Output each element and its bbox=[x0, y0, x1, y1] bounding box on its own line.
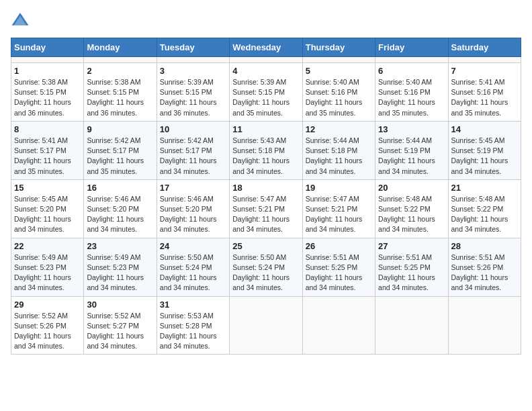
day-number: 24 bbox=[160, 241, 226, 251]
day-number: 15 bbox=[14, 183, 81, 193]
calendar-cell: 27Sunrise: 5:51 AM Sunset: 5:25 PM Dayli… bbox=[375, 238, 448, 296]
calendar-cell: 15Sunrise: 5:45 AM Sunset: 5:20 PM Dayli… bbox=[11, 179, 84, 238]
day-info: Sunrise: 5:47 AM Sunset: 5:21 PM Dayligh… bbox=[232, 194, 299, 235]
calendar-cell: 10Sunrise: 5:42 AM Sunset: 5:17 PM Dayli… bbox=[157, 121, 229, 179]
day-number: 11 bbox=[232, 124, 299, 134]
calendar-week-5: 22Sunrise: 5:49 AM Sunset: 5:23 PM Dayli… bbox=[11, 238, 521, 296]
calendar-table: SundayMondayTuesdayWednesdayThursdayFrid… bbox=[11, 38, 521, 355]
calendar-cell: 18Sunrise: 5:47 AM Sunset: 5:21 PM Dayli… bbox=[230, 179, 302, 238]
day-info: Sunrise: 5:43 AM Sunset: 5:18 PM Dayligh… bbox=[232, 136, 299, 177]
day-info: Sunrise: 5:39 AM Sunset: 5:15 PM Dayligh… bbox=[160, 77, 226, 118]
day-info: Sunrise: 5:51 AM Sunset: 5:25 PM Dayligh… bbox=[306, 253, 372, 293]
calendar-cell: 16Sunrise: 5:46 AM Sunset: 5:20 PM Dayli… bbox=[84, 179, 157, 238]
day-info: Sunrise: 5:45 AM Sunset: 5:19 PM Dayligh… bbox=[451, 136, 518, 177]
day-header-thursday: Thursday bbox=[302, 38, 375, 57]
calendar-cell bbox=[302, 57, 375, 63]
calendar-cell: 31Sunrise: 5:53 AM Sunset: 5:28 PM Dayli… bbox=[157, 296, 229, 355]
calendar-cell: 29Sunrise: 5:52 AM Sunset: 5:26 PM Dayli… bbox=[11, 296, 84, 355]
calendar-cell: 21Sunrise: 5:48 AM Sunset: 5:22 PM Dayli… bbox=[448, 179, 521, 238]
calendar-cell: 11Sunrise: 5:43 AM Sunset: 5:18 PM Dayli… bbox=[230, 121, 302, 179]
day-info: Sunrise: 5:45 AM Sunset: 5:20 PM Dayligh… bbox=[14, 194, 81, 235]
calendar-cell: 13Sunrise: 5:44 AM Sunset: 5:19 PM Dayli… bbox=[375, 121, 448, 179]
day-number: 30 bbox=[87, 300, 153, 310]
calendar-cell: 26Sunrise: 5:51 AM Sunset: 5:25 PM Dayli… bbox=[302, 238, 375, 296]
day-info: Sunrise: 5:44 AM Sunset: 5:19 PM Dayligh… bbox=[378, 136, 445, 177]
day-info: Sunrise: 5:41 AM Sunset: 5:16 PM Dayligh… bbox=[451, 77, 518, 118]
day-number: 26 bbox=[306, 241, 372, 251]
day-info: Sunrise: 5:41 AM Sunset: 5:17 PM Dayligh… bbox=[14, 136, 81, 177]
calendar-cell: 1Sunrise: 5:38 AM Sunset: 5:15 PM Daylig… bbox=[11, 63, 84, 122]
calendar-cell: 9Sunrise: 5:42 AM Sunset: 5:17 PM Daylig… bbox=[84, 121, 157, 179]
calendar-cell: 20Sunrise: 5:48 AM Sunset: 5:22 PM Dayli… bbox=[375, 179, 448, 238]
day-info: Sunrise: 5:53 AM Sunset: 5:28 PM Dayligh… bbox=[160, 311, 226, 352]
calendar-cell bbox=[230, 296, 302, 355]
calendar-cell: 14Sunrise: 5:45 AM Sunset: 5:19 PM Dayli… bbox=[448, 121, 521, 179]
day-info: Sunrise: 5:38 AM Sunset: 5:15 PM Dayligh… bbox=[14, 77, 81, 118]
day-info: Sunrise: 5:48 AM Sunset: 5:22 PM Dayligh… bbox=[378, 194, 445, 235]
day-number: 1 bbox=[14, 66, 81, 76]
calendar-cell bbox=[84, 57, 157, 63]
day-header-sunday: Sunday bbox=[11, 38, 84, 57]
day-number: 2 bbox=[87, 66, 153, 76]
day-info: Sunrise: 5:50 AM Sunset: 5:24 PM Dayligh… bbox=[232, 253, 299, 293]
day-info: Sunrise: 5:51 AM Sunset: 5:25 PM Dayligh… bbox=[378, 253, 445, 293]
day-number: 4 bbox=[232, 66, 299, 76]
day-number: 19 bbox=[306, 183, 372, 193]
day-number: 10 bbox=[160, 124, 226, 134]
logo bbox=[11, 11, 32, 30]
day-info: Sunrise: 5:44 AM Sunset: 5:18 PM Dayligh… bbox=[306, 136, 372, 177]
calendar-cell bbox=[448, 296, 521, 355]
day-info: Sunrise: 5:46 AM Sunset: 5:20 PM Dayligh… bbox=[87, 194, 153, 235]
day-number: 27 bbox=[378, 241, 445, 251]
calendar-cell: 4Sunrise: 5:39 AM Sunset: 5:15 PM Daylig… bbox=[230, 63, 302, 122]
calendar-cell: 30Sunrise: 5:52 AM Sunset: 5:27 PM Dayli… bbox=[84, 296, 157, 355]
calendar-cell: 28Sunrise: 5:51 AM Sunset: 5:26 PM Dayli… bbox=[448, 238, 521, 296]
calendar-week-1 bbox=[11, 57, 521, 63]
calendar-cell: 23Sunrise: 5:49 AM Sunset: 5:23 PM Dayli… bbox=[84, 238, 157, 296]
calendar-cell: 8Sunrise: 5:41 AM Sunset: 5:17 PM Daylig… bbox=[11, 121, 84, 179]
calendar-cell bbox=[302, 296, 375, 355]
logo-icon bbox=[11, 11, 30, 30]
day-number: 22 bbox=[14, 241, 81, 251]
calendar-cell: 19Sunrise: 5:47 AM Sunset: 5:21 PM Dayli… bbox=[302, 179, 375, 238]
day-number: 23 bbox=[87, 241, 153, 251]
calendar-cell: 12Sunrise: 5:44 AM Sunset: 5:18 PM Dayli… bbox=[302, 121, 375, 179]
day-header-saturday: Saturday bbox=[448, 38, 521, 57]
calendar-cell bbox=[448, 57, 521, 63]
day-number: 21 bbox=[451, 183, 518, 193]
day-number: 20 bbox=[378, 183, 445, 193]
calendar-cell bbox=[11, 57, 84, 63]
calendar-cell: 7Sunrise: 5:41 AM Sunset: 5:16 PM Daylig… bbox=[448, 63, 521, 122]
day-info: Sunrise: 5:42 AM Sunset: 5:17 PM Dayligh… bbox=[87, 136, 153, 177]
day-header-monday: Monday bbox=[84, 38, 157, 57]
day-number: 9 bbox=[87, 124, 153, 134]
day-info: Sunrise: 5:52 AM Sunset: 5:27 PM Dayligh… bbox=[87, 311, 153, 352]
day-info: Sunrise: 5:48 AM Sunset: 5:22 PM Dayligh… bbox=[451, 194, 518, 235]
day-info: Sunrise: 5:49 AM Sunset: 5:23 PM Dayligh… bbox=[87, 253, 153, 293]
day-info: Sunrise: 5:38 AM Sunset: 5:15 PM Dayligh… bbox=[87, 77, 153, 118]
day-info: Sunrise: 5:51 AM Sunset: 5:26 PM Dayligh… bbox=[451, 253, 518, 293]
day-info: Sunrise: 5:39 AM Sunset: 5:15 PM Dayligh… bbox=[232, 77, 299, 118]
day-number: 17 bbox=[160, 183, 226, 193]
calendar-week-6: 29Sunrise: 5:52 AM Sunset: 5:26 PM Dayli… bbox=[11, 296, 521, 355]
day-header-friday: Friday bbox=[375, 38, 448, 57]
day-number: 18 bbox=[232, 183, 299, 193]
day-info: Sunrise: 5:52 AM Sunset: 5:26 PM Dayligh… bbox=[14, 311, 81, 352]
day-info: Sunrise: 5:40 AM Sunset: 5:16 PM Dayligh… bbox=[378, 77, 445, 118]
day-info: Sunrise: 5:42 AM Sunset: 5:17 PM Dayligh… bbox=[160, 136, 226, 177]
calendar-cell: 5Sunrise: 5:40 AM Sunset: 5:16 PM Daylig… bbox=[302, 63, 375, 122]
day-number: 6 bbox=[378, 66, 445, 76]
day-info: Sunrise: 5:50 AM Sunset: 5:24 PM Dayligh… bbox=[160, 253, 226, 293]
day-number: 16 bbox=[87, 183, 153, 193]
calendar-cell bbox=[230, 57, 302, 63]
day-header-wednesday: Wednesday bbox=[230, 38, 302, 57]
calendar-week-2: 1Sunrise: 5:38 AM Sunset: 5:15 PM Daylig… bbox=[11, 63, 521, 122]
day-number: 5 bbox=[306, 66, 372, 76]
day-number: 28 bbox=[451, 241, 518, 251]
day-number: 31 bbox=[160, 300, 226, 310]
day-info: Sunrise: 5:40 AM Sunset: 5:16 PM Dayligh… bbox=[306, 77, 372, 118]
day-info: Sunrise: 5:47 AM Sunset: 5:21 PM Dayligh… bbox=[306, 194, 372, 235]
calendar-cell: 22Sunrise: 5:49 AM Sunset: 5:23 PM Dayli… bbox=[11, 238, 84, 296]
calendar-week-4: 15Sunrise: 5:45 AM Sunset: 5:20 PM Dayli… bbox=[11, 179, 521, 238]
day-number: 3 bbox=[160, 66, 226, 76]
